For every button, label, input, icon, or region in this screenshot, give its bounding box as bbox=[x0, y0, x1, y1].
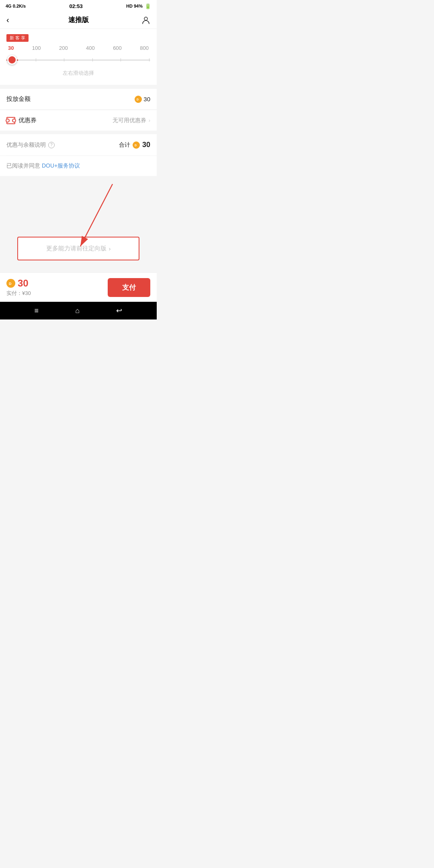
status-icons: HD 94% bbox=[126, 4, 143, 8]
nav-bar: ‹ 速推版 bbox=[0, 11, 157, 29]
dash-6 bbox=[149, 58, 149, 61]
summary-right: 合计 D 30 bbox=[119, 141, 150, 149]
coupon-chevron-icon: › bbox=[149, 117, 150, 123]
dou-icon: D bbox=[136, 97, 140, 101]
arrow-annotation-area: 更多能力请前往定向版 › bbox=[0, 176, 157, 264]
coupon-row[interactable]: 优惠券 无可用优惠券 › bbox=[0, 110, 157, 131]
network-signal: 4G 0.2K/s bbox=[6, 4, 26, 8]
person-icon bbox=[141, 16, 150, 25]
battery-icon: 🔋 bbox=[145, 3, 151, 9]
slider-label-600: 600 bbox=[113, 45, 122, 51]
slider-track bbox=[6, 59, 150, 61]
slider-dashes bbox=[6, 58, 150, 61]
total-label: 合计 bbox=[119, 141, 130, 149]
amount-number: 30 bbox=[143, 96, 150, 102]
total-amount: 30 bbox=[142, 141, 150, 149]
slider-label-400: 400 bbox=[86, 45, 95, 51]
svg-text:D: D bbox=[137, 98, 139, 101]
status-time: 02:53 bbox=[69, 3, 82, 9]
price-info: D 30 实付：¥30 bbox=[6, 278, 31, 297]
dou-icon-2: D bbox=[134, 143, 138, 147]
bottom-spacer bbox=[0, 264, 157, 272]
dash-4 bbox=[92, 58, 93, 61]
svg-text:D: D bbox=[135, 144, 137, 147]
amount-label: 投放金额 bbox=[6, 95, 31, 103]
page-title: 速推版 bbox=[68, 15, 89, 25]
menu-button[interactable]: ≡ bbox=[35, 307, 39, 315]
status-right: HD 94% 🔋 bbox=[126, 3, 151, 9]
actual-price: 实付：¥30 bbox=[6, 290, 31, 297]
slider-label-800: 800 bbox=[140, 45, 149, 51]
home-button[interactable]: ⌂ bbox=[75, 307, 80, 315]
bottom-bar: D 30 实付：¥30 支付 bbox=[0, 272, 157, 302]
slider-control[interactable] bbox=[6, 54, 150, 66]
slider-labels: 30 100 200 400 600 800 bbox=[6, 45, 150, 51]
section-divider bbox=[0, 131, 157, 134]
total-coin-icon: D bbox=[133, 141, 140, 149]
redirect-chevron-icon: › bbox=[109, 245, 111, 252]
slider-label-200: 200 bbox=[59, 45, 68, 51]
slider-label-100: 100 bbox=[32, 45, 41, 51]
svg-point-0 bbox=[144, 17, 147, 20]
pay-button[interactable]: 支付 bbox=[108, 278, 150, 297]
system-nav: ≡ ⌂ ↩ bbox=[0, 302, 157, 319]
redirect-button[interactable]: 更多能力请前往定向版 › bbox=[17, 237, 139, 260]
help-icon[interactable]: ? bbox=[48, 142, 55, 148]
dash-3 bbox=[64, 58, 64, 61]
back-nav-button[interactable]: ↩ bbox=[116, 306, 122, 315]
coupon-text: 优惠券 bbox=[18, 117, 37, 124]
summary-left: 优惠与余额说明 ? bbox=[6, 141, 55, 149]
coupon-value: 无可用优惠券 › bbox=[113, 117, 150, 124]
status-left: 4G 0.2K/s bbox=[6, 4, 26, 8]
price-row: D 30 bbox=[6, 278, 31, 289]
bottom-coin-icon: D bbox=[6, 279, 15, 288]
agreement-prefix: 已阅读并同意 bbox=[6, 162, 42, 169]
coupon-icon bbox=[6, 117, 15, 124]
bottom-amount: 30 bbox=[18, 278, 29, 289]
back-button[interactable]: ‹ bbox=[6, 15, 19, 25]
main-content: 新 客 享 30 100 200 400 600 800 bbox=[0, 29, 157, 272]
coupon-label: 优惠券 bbox=[6, 117, 37, 124]
slider-hint: 左右滑动选择 bbox=[6, 70, 150, 77]
slider-label-30: 30 bbox=[8, 45, 14, 51]
summary-discount-label: 优惠与余额说明 bbox=[6, 141, 46, 149]
new-user-badge: 新 客 享 bbox=[6, 34, 29, 42]
summary-row: 优惠与余额说明 ? 合计 D 30 bbox=[0, 134, 157, 156]
dou-bottom-icon: D bbox=[8, 281, 13, 286]
slider-section: 新 客 享 30 100 200 400 600 800 bbox=[0, 29, 157, 85]
status-bar: 4G 0.2K/s 02:53 HD 94% 🔋 bbox=[0, 0, 157, 11]
agreement-link[interactable]: DOU+服务协议 bbox=[42, 162, 80, 169]
coupon-status: 无可用优惠券 bbox=[113, 117, 146, 124]
slider-thumb[interactable] bbox=[7, 55, 17, 65]
dash-2 bbox=[36, 58, 36, 61]
coin-icon: D bbox=[135, 96, 142, 103]
amount-row: 投放金额 D 30 bbox=[0, 89, 157, 109]
dash-5 bbox=[121, 58, 121, 61]
redirect-label: 更多能力请前往定向版 bbox=[46, 245, 106, 252]
svg-text:D: D bbox=[9, 282, 12, 286]
agreement-row: 已阅读并同意 DOU+服务协议 bbox=[0, 156, 157, 176]
amount-value: D 30 bbox=[135, 96, 150, 103]
user-button[interactable] bbox=[137, 16, 150, 25]
